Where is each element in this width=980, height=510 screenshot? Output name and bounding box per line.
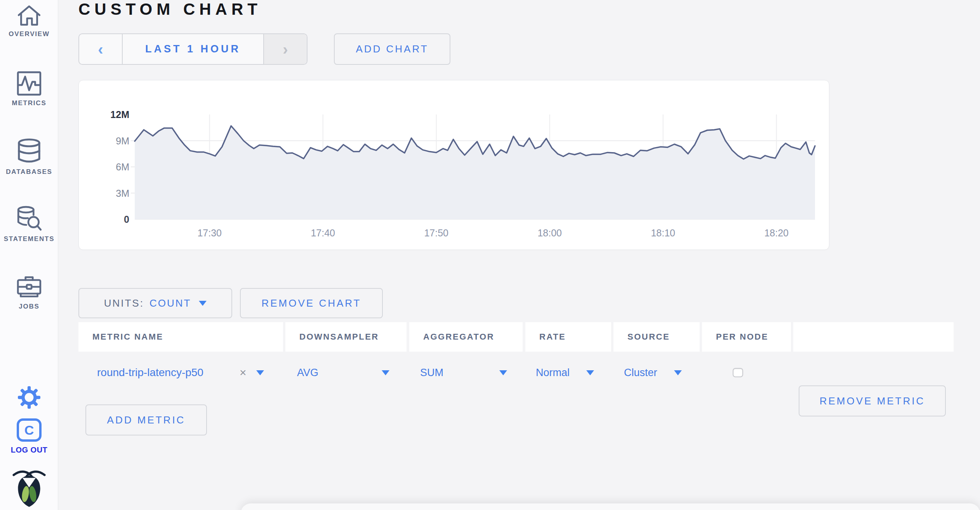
x-axis-tick-label: 17:50 xyxy=(424,227,448,238)
x-axis-tick-label: 18:00 xyxy=(537,227,562,238)
gear-icon xyxy=(18,403,40,410)
clear-x-icon: × xyxy=(240,366,247,379)
rate-caret[interactable] xyxy=(584,352,594,394)
chevron-down-icon xyxy=(674,370,682,375)
sidebar-item-label: JOBS xyxy=(0,303,58,311)
settings-button[interactable] xyxy=(0,386,58,410)
source-select[interactable]: Cluster xyxy=(624,352,657,394)
logout-button[interactable]: C LOG OUT xyxy=(0,418,58,454)
chevron-down-icon xyxy=(256,370,264,375)
source-caret[interactable] xyxy=(672,352,682,394)
briefcase-icon xyxy=(0,275,58,300)
chevron-left-icon: ‹ xyxy=(98,42,103,57)
column-header-aggregator: AGGREGATOR xyxy=(409,322,523,352)
cockroach-c-icon: C xyxy=(17,418,42,442)
y-axis-tick-label: 0 xyxy=(124,214,129,225)
time-range-label: LAST 1 HOUR xyxy=(145,43,241,55)
metrics-table: METRIC NAME DOWNSAMPLER AGGREGATOR RATE … xyxy=(78,322,954,394)
next-interval-button[interactable]: › xyxy=(263,34,307,64)
time-range-selector: ‹ LAST 1 HOUR › xyxy=(78,33,308,65)
sidebar: OVERVIEW METRICS DATABASES xyxy=(0,0,58,510)
bottom-sheet-edge xyxy=(241,503,980,510)
table-row: round-trip-latency-p50 × AVG SUM Normal … xyxy=(78,352,954,394)
add-metric-button[interactable]: ADD METRIC xyxy=(85,404,207,435)
metrics-pulse-icon xyxy=(0,71,58,96)
rate-select[interactable]: Normal xyxy=(536,352,570,394)
sidebar-item-overview[interactable]: OVERVIEW xyxy=(0,3,58,38)
remove-chart-button[interactable]: REMOVE CHART xyxy=(240,288,383,318)
units-value: COUNT xyxy=(149,297,191,309)
custom-chart-svg[interactable]: 03M6M9M12M17:3017:4017:5018:0018:1018:20 xyxy=(79,80,830,250)
cockroach-bug-logo xyxy=(0,467,58,509)
home-icon xyxy=(0,3,58,27)
sidebar-item-label: METRICS xyxy=(0,99,58,107)
column-header-metric-name: METRIC NAME xyxy=(78,322,283,352)
time-range-dropdown[interactable]: LAST 1 HOUR xyxy=(123,34,263,64)
y-axis-tick-label: 9M xyxy=(116,135,129,146)
metric-name-value[interactable]: round-trip-latency-p50 xyxy=(97,352,203,394)
add-chart-button[interactable]: ADD CHART xyxy=(334,33,450,65)
database-icon xyxy=(0,138,58,165)
database-search-icon xyxy=(0,205,58,232)
column-header-downsampler: DOWNSAMPLER xyxy=(285,322,407,352)
chevron-down-icon xyxy=(382,370,389,375)
per-node-cell xyxy=(733,352,743,394)
aggregator-caret[interactable] xyxy=(497,352,507,394)
units-label: UNITS: xyxy=(104,297,144,309)
custom-chart-card: 03M6M9M12M17:3017:4017:5018:0018:1018:20 xyxy=(78,80,829,250)
sidebar-item-label: OVERVIEW xyxy=(0,30,58,38)
sidebar-item-statements[interactable]: STATEMENTS xyxy=(0,205,58,243)
sidebar-item-metrics[interactable]: METRICS xyxy=(0,71,58,107)
metric-name-caret[interactable] xyxy=(254,352,264,394)
c-badge-letter: C xyxy=(24,423,34,438)
column-header-actions xyxy=(793,322,954,352)
y-axis-tick-label: 3M xyxy=(116,188,129,199)
sidebar-item-label: DATABASES xyxy=(0,168,58,176)
column-header-source: SOURCE xyxy=(613,322,700,352)
aggregator-select[interactable]: SUM xyxy=(420,352,443,394)
y-axis-tick-label: 12M xyxy=(110,109,129,120)
sidebar-item-databases[interactable]: DATABASES xyxy=(0,138,58,176)
x-axis-tick-label: 18:10 xyxy=(651,227,675,238)
sidebar-item-label: STATEMENTS xyxy=(0,235,58,243)
x-axis-tick-label: 17:40 xyxy=(311,227,335,238)
prev-interval-button[interactable]: ‹ xyxy=(79,34,123,64)
downsampler-select[interactable]: AVG xyxy=(297,352,318,394)
page-title: CUSTOM CHART xyxy=(78,0,262,19)
chevron-down-icon xyxy=(586,370,594,375)
column-header-rate: RATE xyxy=(525,322,611,352)
chevron-right-icon: › xyxy=(283,42,288,57)
column-header-per-node: PER NODE xyxy=(702,322,791,352)
clear-metric-button[interactable]: × xyxy=(240,352,247,394)
logout-label: LOG OUT xyxy=(0,446,58,454)
sidebar-item-jobs[interactable]: JOBS xyxy=(0,275,58,311)
units-dropdown[interactable]: UNITS: COUNT xyxy=(78,288,232,318)
x-axis-tick-label: 18:20 xyxy=(764,227,789,238)
chevron-down-icon xyxy=(199,301,207,306)
chevron-down-icon xyxy=(499,370,507,375)
per-node-checkbox[interactable] xyxy=(733,368,743,377)
x-axis-tick-label: 17:30 xyxy=(197,227,222,238)
y-axis-tick-label: 6M xyxy=(116,161,129,172)
remove-metric-button[interactable]: REMOVE METRIC xyxy=(799,385,946,416)
downsampler-caret[interactable] xyxy=(379,352,389,394)
